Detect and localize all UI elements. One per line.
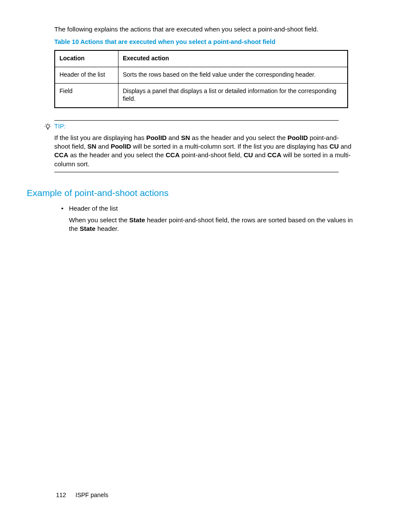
- text: and: [253, 151, 267, 159]
- table-caption: Table 10 Actions that are executed when …: [54, 38, 371, 47]
- tip-label: TIP:: [54, 122, 371, 131]
- svg-point-0: [46, 125, 50, 128]
- text-bold: SN: [87, 143, 97, 150]
- text: If the list you are displaying has: [54, 134, 146, 141]
- page-footer: 112 ISPF panels: [56, 491, 109, 499]
- text: and: [167, 134, 181, 141]
- list-item-text: Header of the list: [69, 205, 118, 212]
- svg-line-5: [50, 124, 50, 125]
- text: as the header and you select the: [190, 134, 287, 141]
- text: will be sorted in a multi-column sort. I…: [131, 143, 329, 150]
- text: and: [97, 143, 111, 150]
- text-bold: PoolID: [146, 134, 167, 141]
- table-cell: Displays a panel that displays a list or…: [118, 83, 348, 108]
- table-header-location: Location: [55, 50, 118, 67]
- text-bold: State: [80, 225, 96, 232]
- list-item: Header of the list: [59, 204, 371, 213]
- bullet-list: Header of the list: [59, 204, 371, 213]
- sub-paragraph: When you select the State header point-a…: [69, 216, 371, 233]
- text-bold: State: [129, 216, 145, 224]
- text-bold: SN: [181, 134, 190, 141]
- text-bold: CU: [330, 143, 339, 150]
- text: as the header and you select the: [68, 151, 166, 159]
- text: header.: [96, 225, 119, 232]
- tip-block: TIP: If the list you are displaying has …: [54, 120, 371, 172]
- page-number: 112: [56, 491, 66, 499]
- text-bold: CCA: [267, 151, 281, 159]
- text-bold: PoolID: [111, 143, 131, 150]
- svg-line-4: [46, 124, 46, 125]
- table-header-action: Executed action: [118, 50, 348, 67]
- divider: [54, 172, 339, 172]
- lightbulb-icon: [44, 123, 52, 133]
- document-page: The following explains the actions that …: [0, 0, 411, 532]
- text-bold: CCA: [166, 151, 180, 159]
- text-bold: CCA: [54, 151, 68, 159]
- text: point-and-shoot field,: [180, 151, 243, 159]
- table-cell: Header of the list: [55, 67, 118, 83]
- divider: [54, 120, 339, 121]
- text: and: [339, 143, 351, 150]
- table-row: Header of the list Sorts the rows based …: [55, 67, 348, 83]
- footer-title: ISPF panels: [75, 492, 108, 498]
- actions-table: Location Executed action Header of the l…: [54, 50, 348, 109]
- table-cell: Field: [55, 83, 118, 108]
- table-header-row: Location Executed action: [55, 50, 348, 67]
- text-bold: PoolID: [287, 134, 308, 141]
- table-row: Field Displays a panel that displays a l…: [55, 83, 348, 108]
- table-cell: Sorts the rows based on the field value …: [118, 67, 348, 83]
- section-heading: Example of point-and-shoot actions: [27, 187, 371, 199]
- tip-body: If the list you are displaying has PoolI…: [54, 134, 353, 168]
- intro-paragraph: The following explains the actions that …: [54, 25, 371, 34]
- text: When you select the: [69, 216, 129, 224]
- text-bold: CU: [243, 151, 253, 159]
